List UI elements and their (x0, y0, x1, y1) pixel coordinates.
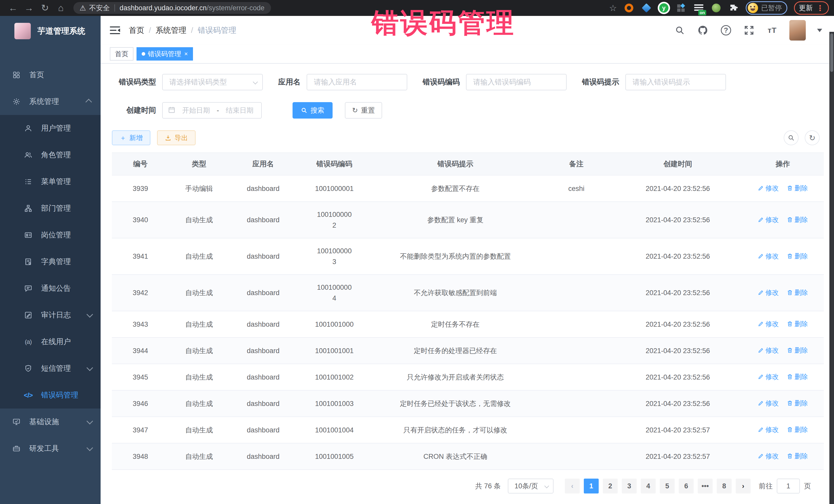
sidebar-item-devtools[interactable]: 研发工具 (0, 435, 101, 462)
extension-orange-icon[interactable] (623, 3, 634, 13)
search-icon[interactable] (674, 24, 686, 36)
breadcrumb-home[interactable]: 首页 (129, 25, 144, 36)
edit-link[interactable]: 修改 (758, 371, 779, 382)
sidebar-item-error-code[interactable]: </> 错误码管理 (0, 382, 101, 409)
delete-link[interactable]: 删除 (787, 287, 808, 298)
extension-y-icon[interactable]: y (658, 3, 669, 13)
extension-list-icon[interactable]: on (694, 3, 704, 13)
goto-page-input[interactable] (777, 479, 800, 494)
delete-link[interactable]: 删除 (787, 371, 808, 382)
sidebar-item-notices[interactable]: 通知公告 (0, 275, 101, 302)
table-body: 3939 手动编辑 dashboard 1001000001 参数配置不存在 c… (112, 175, 824, 469)
breadcrumb-system[interactable]: 系统管理 (155, 25, 186, 36)
collapse-sidebar-icon[interactable] (110, 26, 120, 35)
sidebar-item-sms[interactable]: 短信管理 (0, 355, 101, 382)
delete-link[interactable]: 删除 (787, 251, 808, 262)
page-ellipsis[interactable]: ••• (698, 479, 712, 494)
sidebar-item-dictionary[interactable]: 字典管理 (0, 248, 101, 275)
extension-grid-icon[interactable] (676, 3, 687, 13)
edit-link[interactable]: 修改 (758, 319, 779, 329)
show-search-button[interactable] (784, 130, 798, 145)
github-icon[interactable] (697, 24, 709, 36)
delete-link[interactable]: 删除 (787, 451, 808, 461)
edit-link[interactable]: 修改 (758, 451, 779, 461)
next-page-button[interactable]: › (736, 479, 751, 494)
extensions-puzzle-icon[interactable] (728, 3, 739, 13)
add-button[interactable]: ＋ 新增 (112, 130, 150, 145)
cell-id: 3942 (133, 289, 148, 297)
error-hint-label: 错误码提示 (582, 77, 619, 87)
delete-link[interactable]: 删除 (787, 183, 808, 194)
date-range-picker[interactable]: 开始日期 - 结束日期 (162, 102, 262, 118)
cell-time: 2021-04-20 23:52:56 (646, 289, 710, 297)
delete-link[interactable]: 删除 (787, 398, 808, 409)
home-icon[interactable]: ⌂ (53, 0, 69, 16)
avatar[interactable] (789, 20, 806, 41)
delete-link[interactable]: 删除 (787, 319, 808, 329)
bookmark-star-icon[interactable]: ☆ (609, 3, 617, 13)
trash-icon (787, 289, 793, 295)
cell-id: 3948 (133, 453, 148, 460)
window-scrollbar[interactable] (829, 32, 834, 504)
extension-cam-icon[interactable] (711, 3, 722, 13)
kebab-menu-icon[interactable]: ⋮ (816, 4, 824, 13)
dashboard-icon (11, 71, 22, 79)
avatar-caret-icon[interactable] (817, 29, 822, 35)
cell-memo: ceshi (568, 185, 584, 193)
plus-icon: ＋ (119, 133, 126, 143)
edit-link[interactable]: 修改 (758, 251, 779, 262)
tab-home[interactable]: 首页 (110, 47, 133, 61)
back-icon[interactable]: ← (5, 0, 21, 16)
delete-link[interactable]: 删除 (787, 424, 808, 435)
delete-link[interactable]: 删除 (787, 345, 808, 356)
error-hint-input[interactable] (626, 74, 726, 90)
edit-link[interactable]: 修改 (758, 287, 779, 298)
export-button[interactable]: 导出 (157, 130, 196, 145)
page-button[interactable]: 6 (679, 479, 694, 494)
refresh-table-button[interactable]: ↻ (805, 130, 820, 145)
help-icon[interactable]: ? (720, 24, 732, 36)
edit-link[interactable]: 修改 (758, 398, 779, 409)
page-button[interactable]: 8 (717, 479, 731, 494)
page-button[interactable]: 3 (622, 479, 637, 494)
sidebar-item-menus[interactable]: 菜单管理 (0, 168, 101, 195)
sidebar-item-posts[interactable]: 岗位管理 (0, 222, 101, 248)
error-type-select[interactable] (162, 74, 263, 90)
forward-icon[interactable]: → (21, 0, 37, 16)
edit-link[interactable]: 修改 (758, 345, 779, 356)
prev-page-button[interactable]: ‹ (565, 479, 580, 494)
edit-link[interactable]: 修改 (758, 183, 779, 194)
close-tab-icon[interactable]: × (184, 50, 188, 58)
cell-time: 2021-04-20 23:52:56 (646, 373, 710, 381)
sidebar-item-infrastructure[interactable]: 基础设施 (0, 409, 101, 435)
reset-button[interactable]: ↻ 重置 (345, 102, 382, 118)
tab-error-code[interactable]: 错误码管理 × (136, 47, 193, 61)
cell-type: 自动生成 (185, 373, 213, 381)
font-size-icon[interactable]: ᴛT (766, 24, 778, 36)
sidebar-item-system[interactable]: 系统管理 (0, 88, 101, 115)
reload-icon[interactable]: ↻ (37, 0, 53, 16)
sidebar-item-online-users[interactable]: (a) 在线用户 (0, 328, 101, 355)
error-code-input[interactable] (466, 74, 567, 90)
app-name-input[interactable] (307, 74, 407, 90)
profile-paused-pill[interactable]: 已暂停 (746, 1, 787, 15)
fullscreen-icon[interactable] (743, 24, 755, 36)
page-button[interactable]: 1 (584, 479, 599, 494)
search-button[interactable]: 搜索 (292, 102, 333, 118)
sidebar-item-users[interactable]: 用户管理 (0, 115, 101, 141)
table-row: 3946 自动生成 dashboard 1001001003 定时任务已经处于该… (112, 390, 824, 417)
extension-gem-icon[interactable] (641, 3, 652, 13)
sidebar-item-roles[interactable]: 角色管理 (0, 141, 101, 168)
edit-link[interactable]: 修改 (758, 424, 779, 435)
page-button[interactable]: 4 (641, 479, 656, 494)
page-button[interactable]: 5 (660, 479, 675, 494)
page-button[interactable]: 2 (603, 479, 618, 494)
browser-update-button[interactable]: 更新 ⋮ (794, 1, 829, 15)
sidebar-item-audit-log[interactable]: 审计日志 (0, 302, 101, 328)
address-bar[interactable]: ⚠ 不安全 dashboard.yudao.iocoder.cn/system/… (73, 2, 271, 14)
page-size-select[interactable]: 10条/页 (508, 479, 553, 494)
delete-link[interactable]: 删除 (787, 214, 808, 225)
edit-link[interactable]: 修改 (758, 214, 779, 225)
sidebar-item-departments[interactable]: 部门管理 (0, 195, 101, 222)
sidebar-item-home[interactable]: 首页 (0, 62, 101, 88)
